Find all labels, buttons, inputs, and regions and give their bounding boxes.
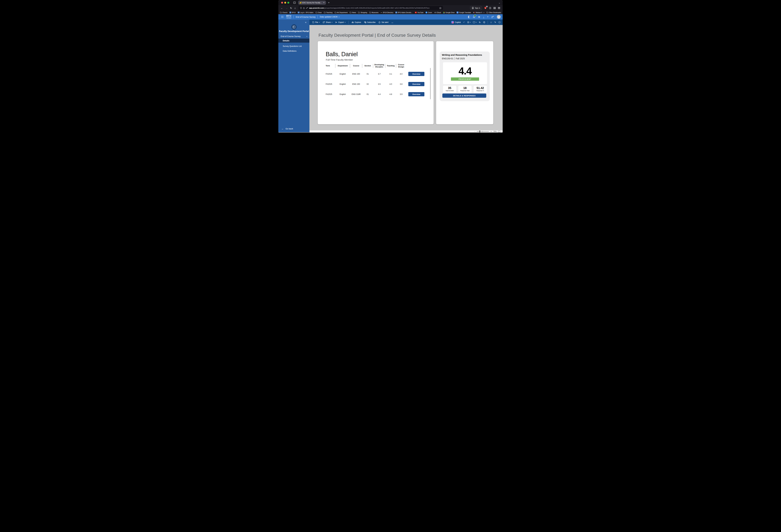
url-text[interactable]: app.powerbi.com/groups/me/apps/e602f86e-… [309,7,438,9]
table-scrollbar[interactable] [430,68,431,99]
bookmark-google-translate[interactable]: GGoogle Translate [457,11,471,13]
url-bar[interactable]: app.powerbi.com/groups/me/apps/e602f86e-… [298,6,443,10]
bookmark-church[interactable]: Church [280,12,287,13]
column-header-department: Department [335,63,350,69]
table-header-row: Term Department Course Section Developin… [326,63,406,69]
browser-tab[interactable]: EOC Survey for Faculty - Power ✕ [298,1,326,5]
bookmark-google-drive[interactable]: Google Drive [443,12,455,13]
download-icon[interactable]: ↓ [483,16,484,18]
comments-icon[interactable] [483,21,485,23]
close-window-button[interactable] [281,2,283,4]
data-updated-dropdown[interactable]: Data updated 1/8/26 [320,16,339,18]
bookmark-news[interactable]: News [350,12,356,13]
bookmark-byui-directory[interactable]: BYUBYUI Directory [380,11,393,13]
overview-button[interactable]: Overview [408,72,424,76]
app-launcher-icon[interactable] [281,16,283,18]
zoom-slider[interactable] [477,131,489,132]
subscribe-button[interactable]: Subscribe [364,21,375,24]
bookmarks-menu[interactable] [467,21,470,23]
column-header-section: Section [362,63,373,69]
sidebar-item-data-definitions[interactable]: Data Definitions [278,49,310,53]
header-divider [293,15,294,18]
bookmarks-bar: Church BYUBYUI BYULog in - BYU-Idaho Dea… [278,11,503,14]
bookmark-icloud[interactable]: iCloud [434,11,441,13]
minimize-window-button[interactable] [284,2,286,4]
bookmarks-overflow-chevron-icon[interactable]: » [484,11,484,13]
explore-button[interactable]: Explore [352,21,361,24]
bookmark-star-icon[interactable] [439,7,442,9]
sidebar-group-end-of-course-survey[interactable]: End of Course Survey [281,35,307,38]
byu-favicon: BYU [298,11,299,13]
export-icon [335,21,337,23]
bookmark-shopping[interactable]: Shopping [358,12,367,13]
bookmark-teaching[interactable]: Teaching [324,12,333,13]
file-icon [313,21,314,23]
go-back-button[interactable]: ← Go back [282,127,293,130]
lock-icon[interactable] [303,7,305,9]
bookmark-zoom[interactable]: zmZoom [425,11,432,13]
tab-list-chevron-icon[interactable] [499,1,500,4]
refresh-visuals-icon[interactable]: ↻ [479,21,481,24]
undo-icon[interactable]: ↶ [463,21,465,24]
info-icon[interactable]: i [498,21,500,23]
page-title: Faculty Development Portal | End of Cour… [319,33,436,38]
sign-in-button[interactable]: Sign in [470,6,482,10]
forward-icon[interactable]: → [285,7,288,9]
zoom-out-button[interactable]: - [475,131,475,133]
bookmark-museums[interactable]: Museums [369,12,378,13]
view-menu[interactable] [473,21,477,23]
settings-gear-icon[interactable]: ⚙ [478,16,480,18]
stats-row: 35 Total Enrolled 18 Response Total 51.4… [443,86,487,93]
overview-button[interactable]: Overview [408,92,424,96]
adblock-extension-icon[interactable]: 25 [484,7,487,9]
tab-title: EOC Survey for Faculty - Power [302,2,322,4]
edit-pencil-icon[interactable]: ✎ [494,21,496,23]
bookmark-dean[interactable]: Dean [316,12,322,13]
course-summary-panel: Writing and Reasoning Foundations ENG150… [440,51,490,101]
help-icon[interactable]: ? [487,16,488,18]
side-pane-icon[interactable] [468,16,470,18]
apps-grid-icon[interactable] [494,7,496,9]
details-responses-button[interactable]: DETAILS & RESPONSES [442,93,486,98]
fit-to-page-icon[interactable] [498,131,500,132]
extension-icon[interactable] [489,7,491,9]
overview-button[interactable]: Overview [408,82,424,86]
share-menu[interactable]: Share [323,21,332,24]
bookmark-youtube[interactable]: YouTube [415,12,423,13]
zoom-in-button[interactable]: + [490,131,492,133]
bookmark-login-byui[interactable]: BYULog in - BYU-Idaho [298,11,314,13]
maximize-window-button[interactable] [287,2,289,4]
avatar[interactable] [497,15,501,19]
bookmark-byui[interactable]: BYUBYUI [289,11,295,13]
export-menu[interactable]: Export [335,21,345,24]
set-alert-button[interactable]: Set alert [378,21,388,24]
favorite-star-icon[interactable]: ☆ [490,21,492,24]
bookmark-nielsen-norman[interactable]: NNNielsen Norman Gro… [473,12,482,13]
byu-idaho-logo[interactable]: BYU IDAHO [286,15,291,19]
more-options-icon[interactable]: … [392,21,394,24]
tab-sidebar-icon[interactable] [293,2,296,4]
zoom-slider-thumb[interactable] [479,131,480,132]
home-icon[interactable]: ⌂ [294,7,296,9]
sidebar-item-details[interactable]: Details [278,39,310,43]
bookmark-byui-devotionals[interactable]: BYUBYU-Idaho Devotio… [395,11,413,13]
sidebar-item-survey-questions-list[interactable]: Survey Questions List [278,44,310,48]
bookmark-other-bookmarks[interactable]: Other Bookmarks [486,12,501,13]
table-row: FA2025EnglishENG 150023.54.03.8 [326,82,406,86]
feedback-icon[interactable] [491,16,494,18]
new-tab-button[interactable]: + [328,1,330,4]
menu-icon[interactable] [498,7,500,9]
tracking-shield-icon[interactable] [300,7,302,9]
copilot-button[interactable]: Copilot [451,21,461,24]
subscribe-icon [364,21,366,23]
folder-icon [280,12,282,13]
refresh-icon[interactable]: ↻ [290,7,292,9]
tab-close-icon[interactable]: ✕ [323,2,325,3]
file-menu[interactable]: File [313,21,320,24]
collapse-sidebar-icon[interactable]: « [305,21,306,24]
permissions-icon[interactable] [306,7,308,9]
back-icon[interactable]: ← [281,7,283,9]
notifications-bell-icon[interactable]: 3 [473,15,475,18]
bookmark-art-department[interactable]: Art Department [335,12,348,13]
browser-toolbar-right: Sign in 25 [470,6,500,10]
